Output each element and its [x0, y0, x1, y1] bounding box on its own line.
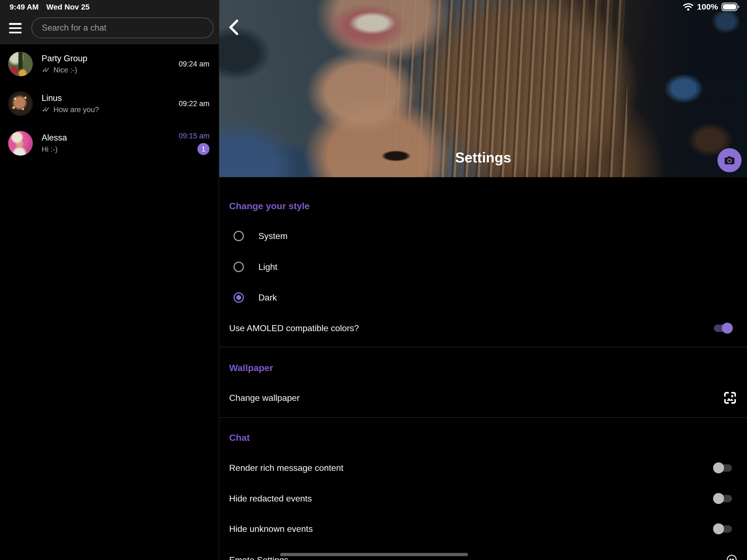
amoled-setting-row: Use AMOLED compatible colors? — [219, 322, 747, 335]
scrollbar-thumb[interactable] — [280, 553, 468, 556]
hide-redacted-events-row: Hide redacted events — [219, 492, 747, 505]
image-frame-icon[interactable] — [722, 390, 738, 406]
chat-time: 09:15 am — [179, 132, 209, 140]
chat-list-panel: 9:49 AM Wed Nov 25 Party Group ✓✓ Nice :… — [0, 0, 219, 560]
radio-option-light[interactable]: Light — [233, 261, 277, 273]
camera-icon — [723, 154, 736, 166]
sidebar-appbar: 9:49 AM Wed Nov 25 — [0, 0, 219, 44]
read-receipt-icon: ✓✓ — [42, 105, 47, 114]
back-button[interactable] — [225, 18, 242, 37]
chat-preview-text: Nice :-) — [53, 66, 77, 74]
amoled-toggle[interactable] — [713, 323, 733, 334]
status-time: 9:49 AM — [9, 3, 38, 11]
search-input[interactable] — [31, 18, 213, 38]
chat-preview-text: Hi :-) — [42, 145, 57, 154]
section-divider — [219, 347, 747, 347]
chat-name: Linus — [42, 94, 99, 103]
chat-list-item-party-group[interactable]: Party Group ✓✓ Nice :-) 09:24 am — [0, 44, 219, 84]
page-title: Settings — [219, 149, 747, 166]
render-rich-content-row: Render rich message content — [219, 461, 747, 475]
status-bar-left: 9:49 AM Wed Nov 25 — [9, 3, 90, 11]
avatar — [8, 91, 33, 116]
radio-label: Dark — [258, 292, 277, 303]
emote-settings-label[interactable]: Emote Settings — [229, 555, 288, 560]
toggle-label: Hide unknown events — [229, 524, 313, 534]
hide-unknown-events-row: Hide unknown events — [219, 522, 747, 535]
status-date: Wed Nov 25 — [46, 3, 89, 11]
toggle-label: Render rich message content — [229, 463, 343, 473]
read-receipt-icon: ✓✓ — [42, 66, 47, 74]
radio-label: Light — [258, 262, 277, 272]
section-heading-style: Change your style — [229, 200, 310, 211]
unread-count-badge: 1 — [198, 143, 209, 155]
toggle-label: Hide redacted events — [229, 493, 312, 504]
chevron-left-icon — [227, 19, 240, 35]
section-heading-chat: Chat — [229, 432, 250, 443]
radio-icon[interactable] — [233, 231, 244, 241]
chat-name: Party Group — [42, 54, 87, 63]
chat-name: Alessa — [42, 133, 67, 143]
radio-option-dark[interactable]: Dark — [233, 291, 277, 304]
chat-time: 09:22 am — [179, 100, 209, 108]
radio-label: System — [258, 231, 288, 241]
hide-unknown-events-toggle[interactable] — [713, 524, 733, 534]
change-wallpaper-row[interactable]: Change wallpaper — [219, 391, 747, 404]
emoji-smiley-icon — [727, 555, 737, 560]
battery-icon — [721, 2, 740, 11]
change-wallpaper-label: Change wallpaper — [229, 393, 300, 403]
wifi-icon — [683, 2, 694, 11]
chat-preview-text: How are you? — [53, 105, 99, 114]
chat-list: Party Group ✓✓ Nice :-) 09:24 am Linus ✓… — [0, 44, 219, 163]
status-bar-right: 100% — [683, 2, 740, 11]
battery-percentage: 100% — [697, 2, 718, 11]
chat-time: 09:24 am — [179, 60, 209, 68]
chat-list-item-alessa[interactable]: Alessa Hi :-) 09:15 am 1 — [0, 124, 219, 163]
change-avatar-camera-button[interactable] — [718, 148, 742, 172]
section-heading-wallpaper: Wallpaper — [229, 362, 273, 373]
chat-list-item-linus[interactable]: Linus ✓✓ How are you? 09:22 am — [0, 84, 219, 124]
radio-icon-selected[interactable] — [233, 292, 244, 303]
hide-redacted-events-toggle[interactable] — [713, 493, 733, 504]
avatar — [8, 131, 33, 156]
section-divider — [219, 417, 747, 418]
settings-header-photo: 100% Settings — [219, 0, 747, 177]
avatar — [8, 52, 33, 76]
amoled-label: Use AMOLED compatible colors? — [229, 323, 359, 333]
radio-option-system[interactable]: System — [233, 230, 288, 242]
settings-panel: 100% Settings Change your style System — [219, 0, 747, 560]
hamburger-menu-icon[interactable] — [9, 23, 22, 33]
radio-icon[interactable] — [233, 262, 244, 272]
render-rich-content-toggle[interactable] — [713, 462, 733, 473]
